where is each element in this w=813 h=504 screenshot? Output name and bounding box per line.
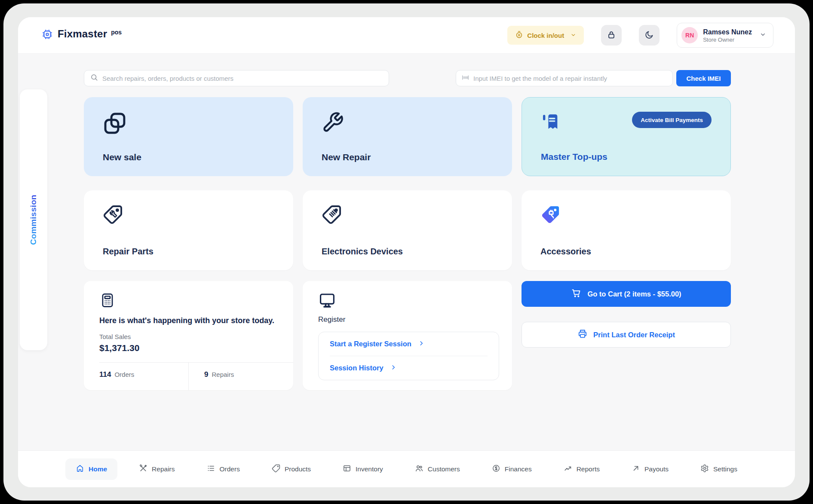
go-to-cart-button[interactable]: Go to Cart (2 items - $55.00) [522,281,731,307]
tile-label: New Repair [322,152,493,162]
cart-actions: Go to Cart (2 items - $55.00) Print Last… [522,281,731,390]
tile-label: Repair Parts [103,247,274,257]
chevron-right-icon [390,364,396,372]
nav-item-inventory[interactable]: Inventory [332,458,393,480]
session-history-link[interactable]: Session History [319,356,499,380]
clock-in-out-button[interactable]: Clock in/out [507,26,584,45]
bottom-nav: Home Repairs Orders [18,450,795,487]
imei-input[interactable] [473,75,667,82]
nav-item-orders[interactable]: Orders [196,458,250,480]
nav-item-home[interactable]: Home [65,458,117,480]
repairs-icon [139,464,147,474]
stopwatch-icon [515,31,523,40]
toolbar: Check IMEI [84,70,731,86]
store-summary-heading: Here is what's happening with your store… [99,316,293,325]
search-icon [90,73,98,83]
nav-item-customers[interactable]: Customers [405,458,470,480]
header: Fixmaster pos Clock in/out [18,17,795,54]
orders-icon [207,464,215,474]
dark-mode-button[interactable] [639,25,660,46]
chevron-down-icon [571,32,576,39]
nav-label: Customers [428,465,460,473]
start-register-session-link[interactable]: Start a Register Session [319,332,499,356]
moon-icon [644,30,654,41]
products-icon [272,464,280,474]
nav-label: Finances [505,465,532,473]
new-sale-tile[interactable]: New sale [84,97,293,176]
user-role: Store Owner [703,37,752,43]
imei-box [456,70,673,86]
nav-label: Repairs [152,465,175,473]
commission-tab-label: Commission [29,195,38,245]
nav-item-finances[interactable]: Finances [482,458,542,480]
repairs-stat: 9 Repairs [189,363,293,390]
chevron-down-icon [760,31,766,40]
category-tiles: Repair Parts Electronics Devices [84,190,731,270]
primary-tiles: New sale New Repair [84,97,731,176]
nav-item-reports[interactable]: Reports [553,458,610,480]
nav-item-settings[interactable]: Settings [690,458,748,480]
orders-count: 114 [99,370,111,379]
search-input[interactable] [102,75,383,82]
nav-label: Orders [220,465,240,473]
activate-bill-payments-badge[interactable]: Activate Bill Payments [632,112,712,128]
nav-label: Reports [577,465,600,473]
finances-icon [492,464,500,474]
lock-screen-button[interactable] [601,25,622,46]
nav-item-payouts[interactable]: Payouts [621,458,679,480]
register-title: Register [318,315,499,324]
master-topups-tile[interactable]: Activate Bill Payments Master Top-ups [522,97,731,176]
printer-icon [577,329,588,341]
clock-label: Clock in/out [527,32,564,39]
register-actions: Start a Register Session Session History [318,332,499,380]
tile-label: New sale [103,152,274,162]
brand-name: Fixmaster [58,28,107,40]
tag-wrench-icon [103,205,274,226]
nav-item-repairs[interactable]: Repairs [129,458,185,480]
electronics-devices-tile[interactable]: Electronics Devices [303,190,512,270]
avatar: RN [681,27,698,43]
chevron-right-icon [418,340,424,348]
session-history-label: Session History [330,364,383,372]
user-menu[interactable]: RN Ramses Nunez Store Owner [677,23,773,48]
repair-parts-tile[interactable]: Repair Parts [84,190,293,270]
inventory-icon [343,464,351,474]
go-to-cart-label: Go to Cart (2 items - $55.00) [587,290,681,298]
total-sales-label: Total Sales [99,333,293,340]
coins-icon [103,111,274,137]
register-card: Register Start a Register Session Sessio… [303,281,512,390]
start-register-session-label: Start a Register Session [330,340,411,348]
chip-logo-icon [41,28,54,43]
brand-logo: Fixmaster pos [41,28,122,43]
print-last-receipt-button[interactable]: Print Last Order Receipt [522,322,731,348]
commission-tab[interactable]: Commission [20,89,47,350]
total-sales-value: $1,371.30 [99,343,293,353]
home-icon [76,464,84,474]
check-imei-button[interactable]: Check IMEI [676,70,731,86]
main-content: Commission [18,54,795,450]
customers-icon [415,464,423,474]
accessories-tile[interactable]: Accessories [522,190,731,270]
brand-suffix: pos [111,29,122,36]
nav-label: Payouts [644,465,669,473]
print-last-receipt-label: Print Last Order Receipt [593,331,675,339]
nav-label: Home [89,465,107,473]
new-repair-tile[interactable]: New Repair [303,97,512,176]
store-summary-card: Here is what's happening with your store… [84,281,293,390]
user-info: Ramses Nunez Store Owner [703,28,752,43]
user-name: Ramses Nunez [703,28,752,37]
lock-icon [607,30,616,41]
nav-item-products[interactable]: Products [261,458,321,480]
search-box [84,70,389,86]
wrench-icon [322,111,493,135]
tag-barcode-icon [322,205,493,226]
tag-cable-icon [540,205,712,226]
app-window: Fixmaster pos Clock in/out [18,17,795,487]
tile-label: Accessories [540,247,712,257]
reports-icon [564,464,572,474]
repairs-label: Repairs [212,370,234,378]
orders-repairs-row: 114 Orders 9 Repairs [99,362,293,390]
bottom-row: Here is what's happening with your store… [84,281,731,390]
receipt-icon [541,112,561,133]
nav-label: Products [285,465,311,473]
